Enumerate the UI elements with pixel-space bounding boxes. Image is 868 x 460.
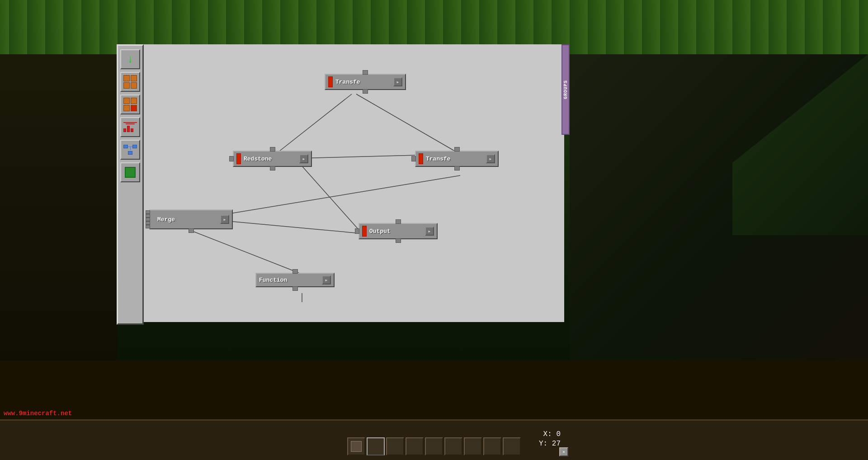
output-port-bottom[interactable]: [396, 238, 401, 243]
output-port-left[interactable]: [355, 228, 359, 234]
function-node[interactable]: Function: [255, 273, 335, 287]
coords-display: X: 0 Y: 27: [539, 430, 561, 449]
output-port-top[interactable]: [396, 219, 401, 224]
output-error-indicator: [362, 226, 367, 237]
redstone-error-indicator: [236, 153, 241, 164]
transfe1-node[interactable]: Transfe: [325, 74, 406, 90]
orange-red-grid-icon: [123, 98, 137, 111]
redstone-port-left[interactable]: [229, 156, 234, 161]
groups-label: GROUPS: [563, 80, 568, 99]
signal-icon: [123, 122, 137, 132]
hotbar-slot[interactable]: [386, 437, 404, 455]
transfe1-port-bottom[interactable]: [363, 89, 368, 94]
hotbar-slot[interactable]: [503, 437, 521, 455]
grid-cell-red: [131, 105, 137, 111]
merge-node[interactable]: Merge: [149, 209, 233, 229]
function-port-top[interactable]: [292, 269, 298, 274]
grid-cell: [123, 82, 130, 89]
grid-cell: [131, 75, 137, 81]
merge-port-4[interactable]: [146, 221, 150, 225]
grid-view-1-button[interactable]: [120, 72, 140, 92]
grid-cell: [123, 105, 130, 111]
redstone-expand-button[interactable]: [299, 154, 308, 163]
transfe1-label: Transfe: [335, 79, 391, 85]
transfe1-port-top[interactable]: [363, 70, 368, 75]
function-label: Function: [259, 277, 319, 284]
output-node[interactable]: Output: [359, 223, 438, 239]
transfe2-expand-button[interactable]: [486, 154, 495, 163]
redstone-port-top[interactable]: [270, 147, 275, 152]
green-block-icon: [125, 167, 136, 178]
function-port-bottom[interactable]: [292, 286, 298, 291]
merge-port-bottom[interactable]: [189, 228, 194, 233]
function-expand-button[interactable]: [322, 275, 331, 285]
orange-grid-icon: [123, 75, 137, 89]
hotbar-slot[interactable]: [347, 437, 365, 455]
grid-cell: [123, 98, 130, 104]
watermark: www.9minecraft.net: [4, 410, 72, 417]
transfe2-port-bottom[interactable]: [454, 166, 460, 171]
nodes-layer: Transfe Redstone Transfe: [144, 44, 564, 322]
grid-view-2-button[interactable]: [120, 95, 140, 114]
transfe1-error-indicator: [328, 76, 333, 87]
hotbar-slot[interactable]: [464, 437, 482, 455]
output-label: Output: [369, 228, 422, 235]
hotbar-slot-active[interactable]: [367, 437, 385, 455]
output-expand-button[interactable]: [425, 227, 434, 236]
signal-button[interactable]: [120, 117, 140, 137]
merge-port-1[interactable]: [146, 210, 150, 214]
merge-port-5[interactable]: [146, 225, 150, 228]
down-arrow-icon: ↓: [127, 53, 133, 66]
redstone-label: Redstone: [244, 156, 297, 162]
grid-cell: [131, 82, 137, 89]
transfe2-port-left[interactable]: [411, 156, 416, 161]
green-block-button[interactable]: [120, 162, 140, 182]
transfe2-error-indicator: [419, 153, 423, 164]
grid-cell: [131, 98, 137, 104]
hotbar: [347, 437, 521, 455]
close-icon: ✕: [562, 449, 565, 455]
hotbar-bar: [0, 419, 868, 460]
node-canvas: Transfe Redstone Transfe: [144, 44, 564, 322]
merge-left-ports: [146, 210, 150, 228]
left-toolbar: ↓: [117, 44, 144, 325]
y-coord: Y: 27: [539, 439, 561, 449]
grid-cell: [123, 75, 130, 81]
transfe2-label: Transfe: [426, 156, 483, 162]
hotbar-slot[interactable]: [483, 437, 501, 455]
groups-panel[interactable]: GROUPS: [561, 44, 570, 135]
merge-port-3[interactable]: [146, 218, 150, 221]
hotbar-slot[interactable]: [425, 437, 443, 455]
transfe2-node[interactable]: Transfe: [415, 151, 499, 167]
redstone-port-bottom[interactable]: [270, 166, 275, 171]
merge-port-2[interactable]: [146, 214, 150, 218]
bg-bottom: [0, 360, 868, 460]
hotbar-slot[interactable]: [444, 437, 462, 455]
save-button[interactable]: ↓: [120, 49, 140, 69]
x-coord: X: 0: [539, 430, 561, 439]
redstone-node[interactable]: Redstone: [233, 151, 312, 167]
layout-icon: [123, 145, 137, 155]
transfe1-expand-button[interactable]: [393, 77, 402, 86]
hotbar-slot[interactable]: [406, 437, 424, 455]
transfe2-port-top[interactable]: [454, 147, 460, 152]
merge-label: Merge: [153, 216, 217, 223]
close-button[interactable]: ✕: [559, 447, 568, 456]
merge-expand-button[interactable]: [220, 215, 229, 224]
layout-button[interactable]: [120, 140, 140, 160]
